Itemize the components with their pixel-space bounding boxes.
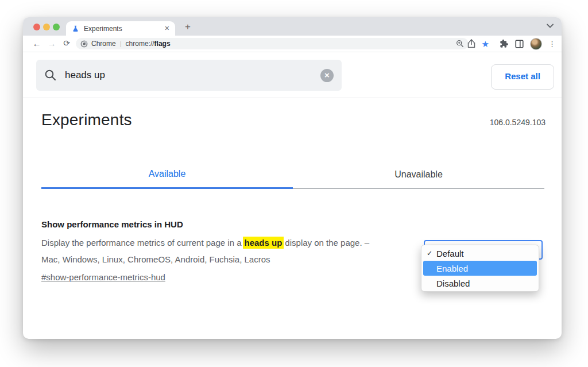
option-enabled[interactable]: Enabled [421, 261, 539, 276]
tab-unavailable[interactable]: Unavailable [293, 161, 544, 189]
back-button[interactable]: ← [31, 36, 42, 52]
option-disabled[interactable]: Disabled [421, 276, 539, 291]
close-window-button[interactable] [33, 24, 40, 30]
forward-button[interactable]: → [46, 36, 57, 52]
address-bar[interactable]: Chrome | chrome://flags [76, 38, 469, 49]
extensions-puzzle-icon[interactable] [500, 39, 509, 48]
flag-description: Display the performance metrics of curre… [41, 234, 380, 268]
reload-button[interactable]: ⟳ [61, 36, 72, 52]
search-match-highlight: heads up [243, 237, 284, 249]
chevron-down-icon[interactable] [547, 24, 554, 28]
tab-available[interactable]: Available [41, 161, 293, 189]
chip-separator: | [120, 40, 122, 47]
kebab-menu-icon[interactable]: ⋮ [548, 40, 556, 48]
browser-toolbar: ← → ⟳ Chrome | chrome://flags [23, 36, 562, 52]
reset-all-button[interactable]: Reset all [491, 64, 554, 90]
minimize-window-button[interactable] [43, 24, 50, 30]
tab-close-icon[interactable]: × [165, 21, 169, 36]
flag-title: Show performance metrics in HUD [41, 219, 413, 229]
search-input[interactable] [64, 69, 320, 82]
flag-permalink[interactable]: #show-performance-metrics-hud [41, 272, 165, 282]
page-header: Experiments 106.0.5249.103 [41, 111, 546, 129]
chrome-logo-icon [80, 40, 88, 48]
toolbar-actions: ★ ⋮ [467, 36, 556, 52]
check-icon: ✓ [427, 249, 432, 257]
tab-title: Experiments [84, 25, 165, 33]
chrome-version: 106.0.5249.103 [490, 118, 546, 127]
clear-search-icon[interactable]: × [320, 69, 334, 82]
tab-strip: Experiments × + [23, 17, 562, 36]
flags-search-section: × Reset all [23, 52, 562, 98]
new-tab-button[interactable]: + [181, 21, 194, 33]
url-scheme: chrome:// [126, 40, 154, 48]
share-icon[interactable] [467, 39, 475, 48]
flask-icon [72, 25, 79, 32]
flags-search-box[interactable]: × [36, 60, 342, 91]
search-icon [44, 69, 57, 82]
bookmark-star-icon[interactable]: ★ [482, 40, 489, 48]
desktop-background: Experiments × + ← → ⟳ [0, 0, 588, 367]
browser-tab-experiments[interactable]: Experiments × [66, 21, 175, 36]
side-panel-icon[interactable] [515, 40, 524, 48]
zoom-in-icon[interactable] [456, 40, 464, 48]
option-default[interactable]: ✓ Default [421, 246, 539, 261]
url-host: flags [154, 40, 171, 48]
select-options-popup: ✓ Default Enabled Disabled [421, 245, 539, 292]
fullscreen-window-button[interactable] [53, 24, 60, 30]
flags-section-tabs: Available Unavailable [41, 161, 544, 189]
browser-window: Experiments × + ← → ⟳ [23, 17, 562, 339]
section-divider [23, 98, 562, 98]
page-title: Experiments [41, 111, 132, 129]
site-chip-label: Chrome [91, 40, 116, 48]
flag-entry: Show performance metrics in HUD Display … [41, 219, 413, 283]
profile-avatar[interactable] [530, 38, 542, 50]
